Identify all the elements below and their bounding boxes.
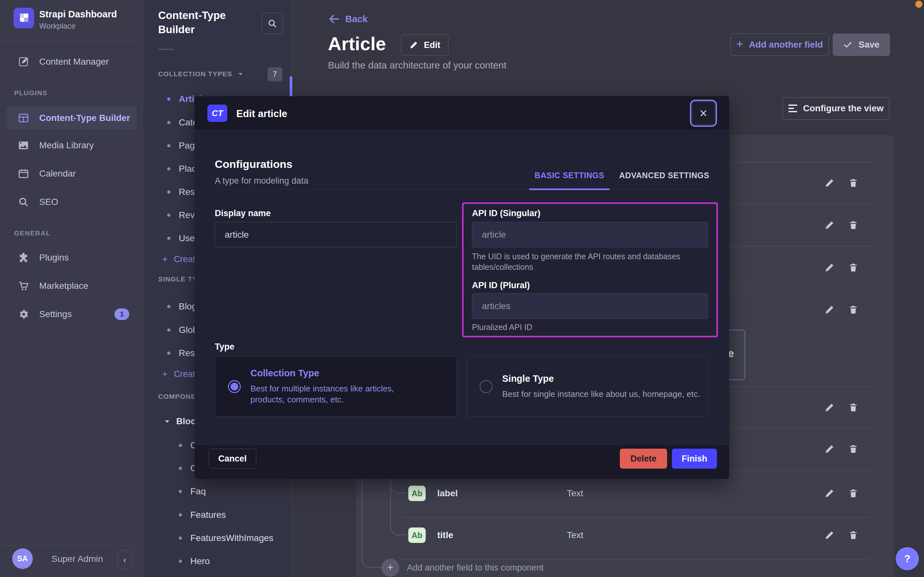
delete-button[interactable]: Delete — [620, 449, 667, 469]
search-icon — [17, 195, 30, 209]
filter-icon — [788, 105, 797, 112]
plus-icon: + — [162, 369, 167, 379]
trash-icon[interactable] — [847, 262, 859, 273]
pencil-icon[interactable] — [824, 177, 835, 189]
pencil-icon[interactable] — [824, 262, 835, 273]
pencil-icon[interactable] — [824, 219, 835, 231]
component-item-features[interactable]: Features — [179, 508, 226, 522]
trash-icon[interactable] — [847, 529, 859, 541]
row-actions — [824, 177, 859, 189]
type-label: Type — [215, 342, 235, 352]
sidebar-item-marketplace[interactable]: Marketplace — [0, 276, 143, 296]
collection-types-header[interactable]: COLLECTION TYPES — [158, 70, 243, 78]
tree-curve — [362, 547, 382, 568]
configure-view-button[interactable]: Configure the view — [783, 97, 889, 120]
pencil-icon[interactable] — [824, 304, 835, 316]
trash-icon[interactable] — [847, 443, 859, 455]
trash-icon[interactable] — [847, 402, 859, 413]
close-button[interactable] — [692, 102, 715, 125]
add-component-field-button[interactable]: + — [381, 559, 399, 577]
cancel-button[interactable]: Cancel — [209, 449, 256, 469]
trash-icon[interactable] — [847, 177, 859, 189]
sidebar-item-label: SEO — [39, 197, 58, 207]
back-link[interactable]: Back — [328, 13, 368, 25]
bullet-icon — [179, 537, 182, 540]
tree-curve — [390, 522, 408, 535]
plus-icon: + — [736, 37, 743, 51]
media-icon — [17, 139, 30, 152]
option-single-type[interactable]: Single Type Best for single instance lik… — [466, 356, 709, 416]
sidebar-item-seo[interactable]: SEO — [0, 192, 143, 212]
tab-basic-settings[interactable]: BASIC SETTINGS — [529, 171, 609, 180]
save-button[interactable]: Save — [833, 34, 890, 56]
finish-button[interactable]: Finish — [672, 449, 717, 469]
tabs-divider — [215, 189, 709, 190]
sidebar-item-calendar[interactable]: Calendar — [0, 163, 143, 184]
radio-selected-icon — [228, 380, 241, 393]
component-item-hero[interactable]: Hero — [179, 554, 210, 568]
pencil-icon — [409, 40, 418, 50]
bullet-icon — [167, 351, 170, 355]
pencil-icon[interactable] — [824, 402, 835, 413]
cart-icon — [17, 279, 30, 293]
bullet-icon — [179, 559, 182, 563]
pencil-icon[interactable] — [824, 488, 835, 499]
content-type-badge: CT — [207, 105, 227, 122]
add-component-field-label[interactable]: Add another field to this component — [407, 563, 544, 573]
sidebar-item-label: Marketplace — [39, 281, 88, 291]
collapse-sidebar-button[interactable]: ‹ — [118, 551, 132, 569]
api-id-singular-label: API ID (Singular) — [472, 208, 540, 218]
search-button[interactable] — [262, 13, 283, 34]
section-title: Configurations — [215, 158, 292, 171]
help-button[interactable]: ? — [896, 547, 919, 570]
tab-advanced-settings[interactable]: ADVANCED SETTINGS — [618, 171, 711, 180]
field-type-badge: Ab — [408, 527, 426, 543]
trash-icon[interactable] — [847, 488, 859, 499]
field-type-badge: Ab — [408, 486, 426, 501]
trash-icon[interactable] — [847, 304, 859, 316]
puzzle-icon — [17, 251, 30, 264]
api-id-singular-input[interactable] — [472, 222, 708, 247]
sidebar-item-content-manager[interactable]: Content Manager — [0, 52, 143, 72]
field-type: Text — [567, 488, 583, 498]
sidebar-item-label: Plugins — [39, 253, 69, 263]
bullet-icon — [179, 467, 182, 470]
api-id-plural-input[interactable] — [472, 293, 708, 319]
field-name: title — [437, 530, 453, 540]
single-item-blog[interactable]: Blog — [167, 300, 197, 314]
add-another-field-button[interactable]: + Add another field — [730, 34, 829, 56]
row-actions — [824, 304, 859, 316]
bullet-icon — [167, 329, 170, 332]
sidebar-item-content-type-builder[interactable]: Content-Type Builder — [0, 108, 143, 128]
settings-badge: 1 — [114, 308, 129, 320]
component-item-featureswithimages[interactable]: FeaturesWithImages — [179, 531, 273, 545]
close-icon — [699, 108, 708, 118]
option-description: Best for multiple instances like article… — [251, 383, 431, 405]
component-item-faq[interactable]: Faq — [179, 484, 206, 498]
option-collection-type[interactable]: Collection Type Best for multiple instan… — [215, 356, 457, 416]
trash-icon[interactable] — [847, 219, 859, 231]
pencil-icon[interactable] — [824, 443, 835, 455]
sidebar-item-media-library[interactable]: Media Library — [0, 135, 143, 156]
edit-article-modal: CT Edit article Configurations A type fo… — [194, 96, 729, 479]
section-subtitle: A type for modeling data — [215, 176, 309, 186]
edit-button[interactable]: Edit — [401, 34, 448, 56]
page-subtitle: Build the data architecture of your cont… — [328, 60, 506, 71]
sidebar-item-plugins[interactable]: Plugins — [0, 247, 143, 268]
api-id-singular-help: The UID is used to generate the API rout… — [472, 251, 697, 272]
sidebar-section-plugins: PLUGINS — [14, 89, 48, 97]
avatar[interactable]: SA — [12, 548, 33, 569]
notification-dot — [915, 1, 922, 8]
sidebar-section-general: GENERAL — [14, 229, 50, 237]
collection-item-user[interactable]: User — [167, 231, 198, 245]
modal-title: Edit article — [236, 108, 288, 120]
display-name-input[interactable] — [215, 222, 457, 247]
chevron-left-icon: ‹ — [123, 555, 126, 565]
bullet-icon — [167, 190, 170, 193]
strapi-logo — [13, 8, 34, 28]
search-icon — [267, 18, 278, 29]
bullet-icon — [167, 237, 170, 240]
title-divider — [158, 49, 174, 50]
plus-icon: + — [387, 561, 394, 574]
pencil-icon[interactable] — [824, 529, 835, 541]
